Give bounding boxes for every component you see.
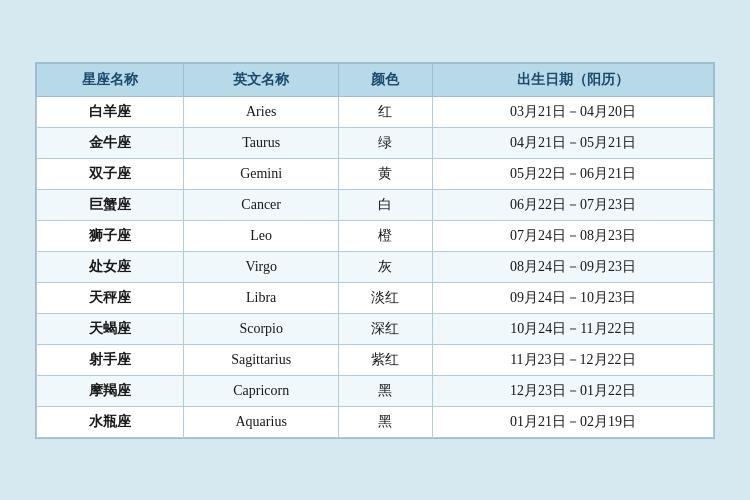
header-dates: 出生日期（阳历）: [432, 63, 713, 96]
cell-color: 深红: [339, 313, 433, 344]
header-color: 颜色: [339, 63, 433, 96]
cell-color: 橙: [339, 220, 433, 251]
table-row: 摩羯座Capricorn黑12月23日－01月22日: [37, 375, 714, 406]
table-row: 白羊座Aries红03月21日－04月20日: [37, 96, 714, 127]
cell-english-name: Sagittarius: [184, 344, 339, 375]
table-row: 金牛座Taurus绿04月21日－05月21日: [37, 127, 714, 158]
table-row: 水瓶座Aquarius黑01月21日－02月19日: [37, 406, 714, 437]
cell-english-name: Capricorn: [184, 375, 339, 406]
cell-color: 黑: [339, 406, 433, 437]
cell-chinese-name: 金牛座: [37, 127, 184, 158]
cell-english-name: Aquarius: [184, 406, 339, 437]
table-row: 天秤座Libra淡红09月24日－10月23日: [37, 282, 714, 313]
cell-dates: 05月22日－06月21日: [432, 158, 713, 189]
cell-english-name: Gemini: [184, 158, 339, 189]
cell-english-name: Taurus: [184, 127, 339, 158]
cell-english-name: Cancer: [184, 189, 339, 220]
cell-color: 黑: [339, 375, 433, 406]
cell-chinese-name: 狮子座: [37, 220, 184, 251]
cell-chinese-name: 双子座: [37, 158, 184, 189]
cell-english-name: Scorpio: [184, 313, 339, 344]
cell-dates: 07月24日－08月23日: [432, 220, 713, 251]
cell-dates: 10月24日－11月22日: [432, 313, 713, 344]
cell-dates: 09月24日－10月23日: [432, 282, 713, 313]
cell-english-name: Aries: [184, 96, 339, 127]
cell-english-name: Virgo: [184, 251, 339, 282]
cell-dates: 06月22日－07月23日: [432, 189, 713, 220]
table-row: 双子座Gemini黄05月22日－06月21日: [37, 158, 714, 189]
cell-dates: 12月23日－01月22日: [432, 375, 713, 406]
cell-color: 淡红: [339, 282, 433, 313]
table-row: 天蝎座Scorpio深红10月24日－11月22日: [37, 313, 714, 344]
cell-chinese-name: 水瓶座: [37, 406, 184, 437]
table-row: 狮子座Leo橙07月24日－08月23日: [37, 220, 714, 251]
header-english-name: 英文名称: [184, 63, 339, 96]
table-body: 白羊座Aries红03月21日－04月20日金牛座Taurus绿04月21日－0…: [37, 96, 714, 437]
table-row: 射手座Sagittarius紫红11月23日－12月22日: [37, 344, 714, 375]
header-chinese-name: 星座名称: [37, 63, 184, 96]
cell-chinese-name: 射手座: [37, 344, 184, 375]
cell-color: 灰: [339, 251, 433, 282]
cell-chinese-name: 白羊座: [37, 96, 184, 127]
cell-color: 红: [339, 96, 433, 127]
cell-color: 白: [339, 189, 433, 220]
cell-english-name: Leo: [184, 220, 339, 251]
table-row: 处女座Virgo灰08月24日－09月23日: [37, 251, 714, 282]
zodiac-table: 星座名称 英文名称 颜色 出生日期（阳历） 白羊座Aries红03月21日－04…: [36, 63, 714, 438]
cell-english-name: Libra: [184, 282, 339, 313]
cell-color: 黄: [339, 158, 433, 189]
cell-chinese-name: 天秤座: [37, 282, 184, 313]
cell-dates: 08月24日－09月23日: [432, 251, 713, 282]
cell-chinese-name: 巨蟹座: [37, 189, 184, 220]
cell-dates: 04月21日－05月21日: [432, 127, 713, 158]
cell-dates: 03月21日－04月20日: [432, 96, 713, 127]
cell-chinese-name: 处女座: [37, 251, 184, 282]
cell-chinese-name: 天蝎座: [37, 313, 184, 344]
table-header-row: 星座名称 英文名称 颜色 出生日期（阳历）: [37, 63, 714, 96]
cell-dates: 11月23日－12月22日: [432, 344, 713, 375]
table-row: 巨蟹座Cancer白06月22日－07月23日: [37, 189, 714, 220]
cell-chinese-name: 摩羯座: [37, 375, 184, 406]
zodiac-table-wrapper: 星座名称 英文名称 颜色 出生日期（阳历） 白羊座Aries红03月21日－04…: [35, 62, 715, 439]
cell-dates: 01月21日－02月19日: [432, 406, 713, 437]
cell-color: 紫红: [339, 344, 433, 375]
cell-color: 绿: [339, 127, 433, 158]
